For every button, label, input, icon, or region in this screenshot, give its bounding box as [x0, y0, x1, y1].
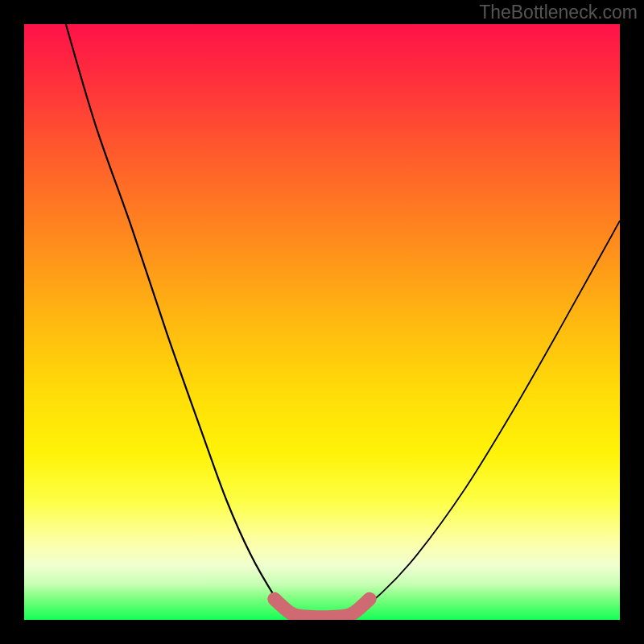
watermark-text: TheBottleneck.com — [479, 2, 638, 23]
chart-frame: TheBottleneck.com — [0, 0, 644, 644]
left-curve — [66, 24, 299, 617]
bottom-highlight — [275, 599, 369, 617]
curve-layer — [24, 24, 620, 620]
right-curve — [346, 221, 620, 617]
plot-area — [24, 24, 620, 620]
